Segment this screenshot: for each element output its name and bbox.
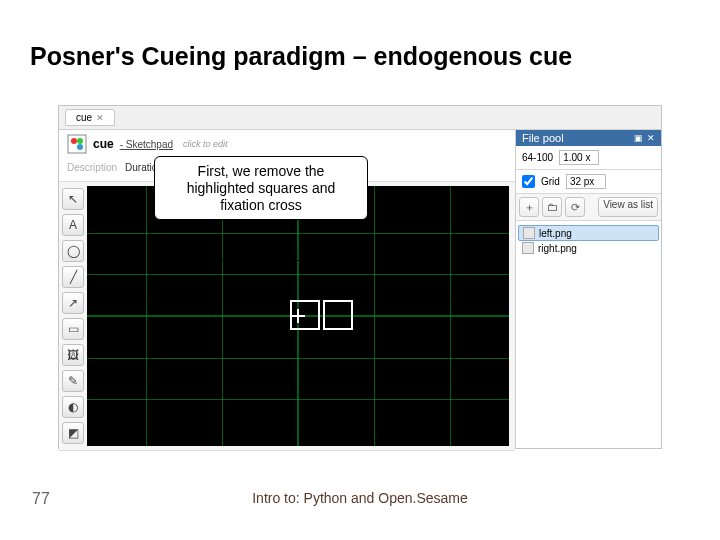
- right-panes: File pool ▣ ✕ 64-100 Grid ＋ 🗀 ⟳ View as …: [516, 130, 661, 448]
- refresh-button[interactable]: ⟳: [565, 197, 585, 217]
- svg-point-2: [77, 144, 83, 150]
- list-item[interactable]: right.png: [518, 241, 659, 255]
- filepool-toolbar: ＋ 🗀 ⟳ View as list: [516, 194, 661, 221]
- svg-point-3: [77, 138, 83, 144]
- tab-bar: cue ✕: [59, 106, 661, 130]
- canvas-wrap: ↖ A ◯ ╱ ↗ ▭ 🖼 ✎ ◐ ◩: [59, 182, 515, 450]
- slide-footer: Intro to: Python and Open.Sesame: [0, 490, 720, 506]
- tool-extra-b[interactable]: ◩: [62, 422, 84, 444]
- grid-panel: Grid: [516, 170, 661, 194]
- file-name: left.png: [539, 228, 572, 239]
- zoom-value-input[interactable]: [559, 150, 599, 165]
- grid-size-input[interactable]: [566, 174, 606, 189]
- filepool-title-text: File pool: [522, 132, 564, 144]
- image-thumb-icon: [522, 242, 534, 254]
- grid-label: Grid: [541, 176, 560, 187]
- item-name: cue: [93, 137, 114, 151]
- filepool-title: File pool ▣ ✕: [516, 130, 661, 146]
- description-label: Description: [67, 162, 117, 173]
- item-type: - Sketchpad: [120, 139, 173, 150]
- close-pane-icon[interactable]: ✕: [647, 133, 655, 143]
- tool-circle[interactable]: ◯: [62, 240, 84, 262]
- click-hint[interactable]: click to edit: [183, 139, 228, 149]
- tool-extra-a[interactable]: ◐: [62, 396, 84, 418]
- annotation-callout: First, we remove the highlighted squares…: [154, 156, 368, 220]
- zoom-range-label: 64-100: [522, 152, 553, 163]
- tool-image[interactable]: 🖼: [62, 344, 84, 366]
- sketchpad-icon: [67, 134, 87, 154]
- svg-point-1: [71, 138, 77, 144]
- svg-rect-0: [68, 135, 86, 153]
- open-folder-button[interactable]: 🗀: [542, 197, 562, 217]
- sketchpad-canvas[interactable]: [87, 186, 509, 446]
- view-mode-button[interactable]: View as list: [598, 197, 658, 217]
- tool-rect[interactable]: ▭: [62, 318, 84, 340]
- add-file-button[interactable]: ＋: [519, 197, 539, 217]
- right-square[interactable]: [323, 300, 353, 330]
- tool-palette: ↖ A ◯ ╱ ↗ ▭ 🖼 ✎ ◐ ◩: [59, 182, 87, 450]
- close-icon[interactable]: ✕: [96, 113, 104, 123]
- grid-checkbox[interactable]: [522, 175, 535, 188]
- file-list: left.png right.png: [516, 221, 661, 448]
- tool-line[interactable]: ╱: [62, 266, 84, 288]
- tool-cursor[interactable]: ↖: [62, 188, 84, 210]
- item-header: cue - Sketchpad click to edit: [59, 130, 515, 158]
- tool-text[interactable]: A: [62, 214, 84, 236]
- tab-cue[interactable]: cue ✕: [65, 109, 115, 126]
- h-scrollbar[interactable]: [59, 450, 515, 451]
- undock-icon[interactable]: ▣: [634, 133, 643, 143]
- annotation-subnote: (use the sketchpad script): [160, 240, 360, 269]
- callout-line: highlighted squares and: [165, 180, 357, 197]
- slide-title: Posner's Cueing paradigm – endogenous cu…: [30, 42, 572, 71]
- tab-label: cue: [76, 112, 92, 123]
- callout-line: fixation cross: [165, 197, 357, 214]
- tool-pencil[interactable]: ✎: [62, 370, 84, 392]
- list-item[interactable]: left.png: [518, 225, 659, 241]
- tool-arrow[interactable]: ↗: [62, 292, 84, 314]
- callout-line: First, we remove the: [165, 163, 357, 180]
- image-thumb-icon: [523, 227, 535, 239]
- file-name: right.png: [538, 243, 577, 254]
- zoom-panel: 64-100: [516, 146, 661, 170]
